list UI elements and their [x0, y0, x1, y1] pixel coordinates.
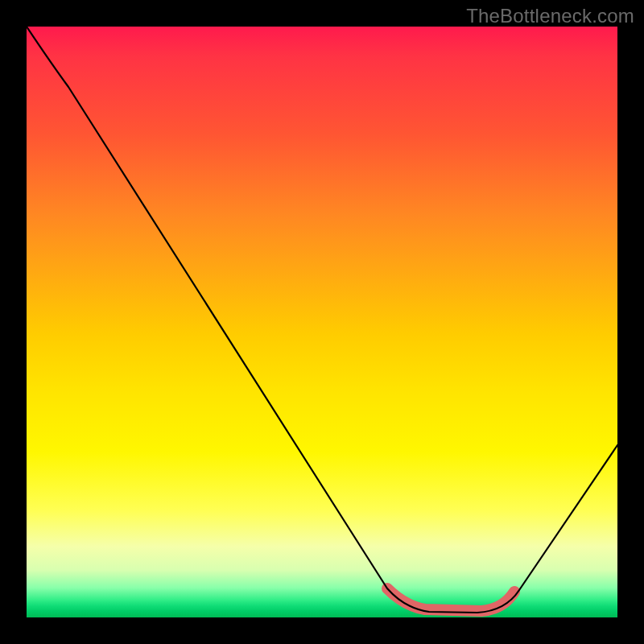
bottleneck-curve — [27, 27, 617, 613]
curve-svg — [27, 27, 617, 617]
optimal-range-highlight — [387, 588, 514, 611]
plot-area — [27, 27, 617, 617]
chart-container: TheBottleneck.com — [0, 0, 644, 644]
watermark-text: TheBottleneck.com — [466, 5, 634, 27]
